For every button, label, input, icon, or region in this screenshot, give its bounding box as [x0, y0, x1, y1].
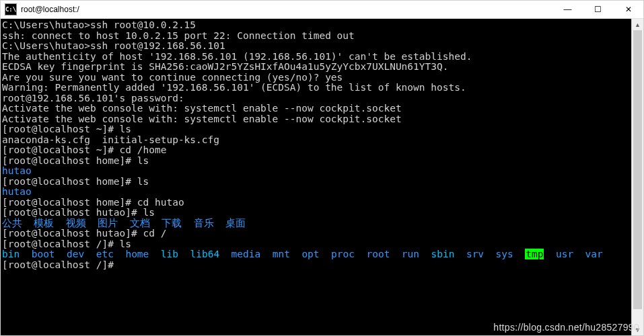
- terminal-segment: [419, 249, 431, 259]
- terminal-segment: hutao: [2, 165, 32, 176]
- terminal-line: Activate the web console with: systemctl…: [2, 103, 630, 114]
- terminal-segment: [root@localhost /]#: [2, 259, 120, 270]
- terminal-segment: [root@localhost /]# ls: [2, 239, 131, 249]
- terminal-segment: tmp: [525, 249, 544, 259]
- terminal-segment: Activate the web console with: systemctl…: [2, 114, 402, 124]
- terminal-area: C:\Users\hutao>ssh root@10.0.2.15ssh: co…: [1, 19, 643, 335]
- terminal-segment: hutao: [2, 186, 32, 197]
- terminal-line: [root@localhost /]#: [2, 260, 630, 271]
- terminal-line: [root@localhost hutao]# cd /: [2, 228, 630, 239]
- terminal-line: ssh: connect to host 10.0.2.15 port 22: …: [2, 31, 630, 42]
- scroll-up-button[interactable]: ▲: [632, 19, 643, 30]
- terminal-line: anaconda-ks.cfg initial-setup-ks.cfg: [2, 135, 630, 146]
- terminal-line: [root@localhost home]# ls: [2, 177, 630, 187]
- terminal-segment: usr: [556, 249, 573, 259]
- terminal-segment: Warning: Permanently added '192.168.56.1…: [2, 82, 466, 93]
- terminal-segment: Activate the web console with: systemctl…: [2, 103, 402, 114]
- close-button[interactable]: ✕: [613, 1, 643, 18]
- terminal-segment: [54, 218, 65, 228]
- terminal-segment: 视频: [66, 218, 86, 228]
- minimize-button[interactable]: —: [552, 1, 583, 18]
- terminal-line: hutao: [2, 166, 630, 177]
- terminal-segment: [320, 249, 331, 259]
- terminal-segment: [150, 218, 162, 228]
- terminal-segment: [root@localhost ~]# cd /home: [2, 144, 166, 155]
- terminal-line: C:\Users\hutao>ssh root@10.0.2.15: [2, 20, 630, 31]
- terminal-segment: srv: [466, 249, 484, 259]
- terminal-segment: [84, 249, 96, 259]
- terminal-line: C:\Users\hutao>ssh root@192.168.56.101: [2, 41, 630, 52]
- terminal-line: Activate the web console with: systemctl…: [2, 114, 630, 125]
- terminal-line: bin boot dev etc home lib lib64 media mn…: [2, 249, 630, 260]
- terminal-segment: 下载: [162, 218, 182, 228]
- terminal-segment: [55, 249, 67, 259]
- terminal-segment: dev: [67, 249, 84, 259]
- terminal-segment: C:\Users\hutao>ssh root@192.168.56.101: [2, 40, 225, 51]
- terminal-segment: root@192.168.56.101's password:: [2, 93, 184, 103]
- terminal-segment: Are you sure you want to continue connec…: [2, 72, 343, 83]
- terminal-segment: [182, 218, 193, 228]
- terminal-segment: etc: [96, 249, 114, 259]
- terminal-line: 公共 模板 视频 图片 文档 下载 音乐 桌面: [2, 218, 630, 229]
- terminal-segment: [573, 249, 585, 259]
- terminal-segment: [355, 249, 366, 259]
- terminal-segment: [22, 218, 34, 228]
- terminal-segment: root: [366, 249, 390, 259]
- terminal-line: [root@localhost home]# ls: [2, 156, 630, 167]
- terminal-segment: [root@localhost home]# ls: [2, 155, 149, 166]
- terminal-segment: [178, 249, 190, 259]
- terminal-window: C:\ root@localhost:/ — ☐ ✕ C:\Users\huta…: [0, 0, 644, 336]
- terminal-segment: anaconda-ks.cfg initial-setup-ks.cfg: [2, 134, 219, 145]
- terminal-line: hutao: [2, 187, 630, 198]
- terminal-line: [root@localhost home]# cd hutao: [2, 198, 630, 208]
- terminal-segment: [86, 218, 98, 228]
- terminal-line: [root@localhost ~]# cd /home: [2, 145, 630, 156]
- window-title: root@localhost:/: [21, 5, 552, 14]
- terminal-segment: [484, 249, 495, 259]
- terminal-segment: boot: [32, 249, 55, 259]
- terminal-line: The authenticity of host '192.168.56.101…: [2, 52, 630, 62]
- terminal-segment: [root@localhost home]# ls: [2, 176, 149, 187]
- terminal-segment: proc: [331, 249, 355, 259]
- terminal-segment: The authenticity of host '192.168.56.101…: [2, 51, 472, 62]
- terminal-segment: home: [125, 249, 149, 259]
- watermark-text: https://blog.csdn.net/hu28527990: [493, 322, 639, 333]
- scrollbar[interactable]: ▲ ▼: [631, 19, 643, 335]
- terminal-segment: sys: [496, 249, 513, 259]
- terminal-segment: [20, 249, 31, 259]
- terminal-segment: [390, 249, 401, 259]
- terminal-segment: 音乐: [194, 218, 214, 228]
- terminal-segment: 文档: [130, 218, 150, 228]
- terminal-line: [root@localhost ~]# ls: [2, 124, 630, 135]
- app-icon: C:\: [5, 3, 17, 15]
- maximize-button[interactable]: ☐: [583, 1, 613, 18]
- terminal-segment: 图片: [98, 218, 118, 228]
- terminal-segment: [root@localhost hutao]# ls: [2, 207, 155, 218]
- terminal-line: Warning: Permanently added '192.168.56.1…: [2, 83, 630, 93]
- terminal-segment: lib64: [190, 249, 219, 259]
- terminal-line: ECDSA key fingerprint is SHA256:caoWJ2r5…: [2, 62, 630, 73]
- terminal-segment: [214, 218, 225, 228]
- window-controls: — ☐ ✕: [552, 1, 643, 18]
- terminal-line: Are you sure you want to continue connec…: [2, 73, 630, 83]
- scrollbar-track[interactable]: [632, 30, 643, 324]
- terminal-segment: opt: [301, 249, 319, 259]
- terminal-line: [root@localhost /]# ls: [2, 239, 630, 250]
- terminal-output[interactable]: C:\Users\hutao>ssh root@10.0.2.15ssh: co…: [1, 19, 631, 335]
- terminal-segment: 公共: [2, 218, 22, 228]
- terminal-segment: ssh: connect to host 10.0.2.15 port 22: …: [2, 30, 355, 41]
- terminal-segment: bin: [2, 249, 20, 259]
- terminal-segment: 桌面: [225, 218, 246, 228]
- terminal-segment: [149, 249, 160, 259]
- terminal-segment: [219, 249, 231, 259]
- terminal-segment: [454, 249, 466, 259]
- terminal-line: [root@localhost hutao]# ls: [2, 208, 630, 218]
- terminal-segment: var: [585, 249, 603, 259]
- terminal-segment: [544, 249, 555, 259]
- terminal-segment: [290, 249, 301, 259]
- terminal-segment: run: [402, 249, 419, 259]
- title-bar[interactable]: C:\ root@localhost:/ — ☐ ✕: [1, 1, 643, 19]
- terminal-segment: sbin: [431, 249, 455, 259]
- scrollbar-thumb[interactable]: [633, 30, 642, 309]
- terminal-segment: media: [231, 249, 261, 259]
